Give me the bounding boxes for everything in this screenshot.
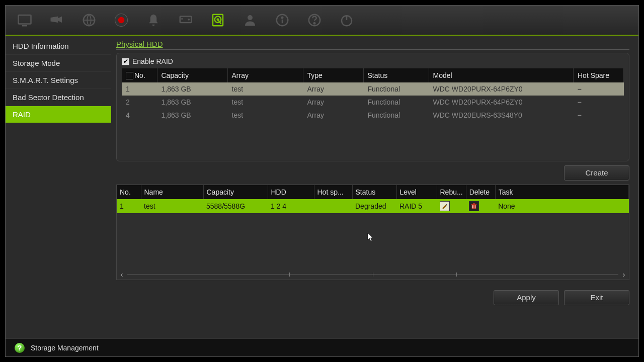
device-icon[interactable] — [177, 11, 195, 29]
hdd-icon[interactable] — [209, 11, 227, 29]
exit-button[interactable]: Exit — [564, 290, 629, 305]
help-status-icon: ? — [15, 343, 25, 353]
sidebar: HDD Information Storage Mode S.M.A.R.T. … — [6, 36, 111, 338]
status-title: Storage Management — [31, 344, 99, 352]
sidebar-item-smart[interactable]: S.M.A.R.T. Settings — [6, 72, 111, 89]
scroll-right-icon[interactable]: › — [620, 271, 627, 278]
power-icon[interactable] — [338, 11, 356, 29]
hdd-table: No. Capacity Array Type Status Model Hot… — [122, 68, 624, 122]
svg-rect-20 — [471, 204, 477, 205]
svg-rect-0 — [19, 15, 31, 24]
svg-rect-21 — [473, 203, 475, 204]
scroll-left-icon[interactable]: ‹ — [118, 271, 125, 278]
physical-hdd-panel: ✔ Enable RAID No. Capacity Array Type St… — [116, 53, 629, 161]
svg-point-12 — [248, 15, 253, 20]
horizontal-scrollbar[interactable]: ‹ › — [118, 270, 627, 279]
sidebar-item-hdd-info[interactable]: HDD Information — [6, 38, 111, 55]
svg-point-14 — [282, 17, 283, 19]
rebuild-icon[interactable] — [440, 201, 450, 211]
svg-point-16 — [314, 23, 315, 24]
status-bar: ? Storage Management — [6, 338, 638, 356]
user-icon[interactable] — [241, 11, 259, 29]
enable-raid-label: Enable RAID — [132, 57, 173, 65]
network-icon[interactable] — [80, 11, 98, 29]
top-toolbar — [6, 6, 638, 36]
table-row[interactable]: 1test5588/5588G1 2 4DegradedRAID 5None — [117, 199, 629, 213]
select-all-checkbox[interactable] — [126, 72, 133, 79]
array-table: No. Name Capacity HDD Hot sp... Status L… — [117, 185, 629, 213]
svg-rect-7 — [181, 20, 183, 20]
svg-point-4 — [118, 17, 125, 24]
camera-icon[interactable] — [48, 11, 66, 29]
table-row[interactable]: 11,863 GBtestArrayFunctionalWDC WD20PURX… — [122, 82, 624, 96]
table-row[interactable]: 41,863 GBtestArrayFunctionalWDC WD20EURS… — [122, 109, 624, 122]
svg-rect-1 — [22, 25, 27, 27]
enable-raid-checkbox[interactable]: ✔ — [122, 58, 129, 65]
svg-point-8 — [188, 19, 190, 21]
apply-button[interactable]: Apply — [494, 290, 559, 305]
array-panel: No. Name Capacity HDD Hot sp... Status L… — [116, 185, 629, 280]
info-icon[interactable] — [273, 11, 291, 29]
page-title: Physical HDD — [116, 40, 629, 50]
live-view-icon[interactable] — [16, 11, 34, 29]
delete-icon[interactable] — [469, 201, 479, 211]
record-icon[interactable] — [112, 11, 130, 29]
sidebar-item-storage-mode[interactable]: Storage Mode — [6, 55, 111, 72]
svg-rect-6 — [181, 18, 183, 19]
sidebar-item-bad-sector[interactable]: Bad Sector Detection — [6, 89, 111, 106]
create-button[interactable]: Create — [564, 165, 629, 180]
sidebar-item-raid[interactable]: RAID — [6, 106, 111, 123]
help-icon[interactable] — [305, 11, 324, 29]
alarm-icon[interactable] — [144, 11, 163, 29]
table-row[interactable]: 21,863 GBtestArrayFunctionalWDC WD20PURX… — [122, 96, 624, 109]
